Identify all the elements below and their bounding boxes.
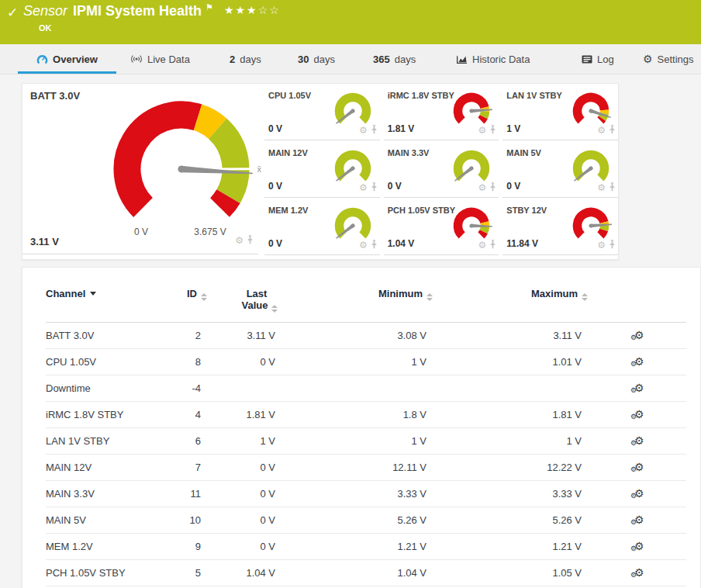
pin-icon[interactable] (489, 181, 496, 195)
table-header-row: ChannelIDLast ValueMinimumMaximum (46, 268, 686, 323)
gear-icon[interactable]: ⚙ (359, 240, 368, 250)
cell-actions: ⚙⚙ (582, 323, 686, 349)
pin-icon-svg (247, 235, 254, 244)
gear-icon[interactable]: ⚙ (597, 240, 606, 250)
cell-minimum: 3.33 V (275, 481, 426, 507)
channel-settings-icon[interactable]: ⚙⚙ (634, 409, 644, 420)
gauge-cell-irmc-1-8v-stby: iRMC 1.8V STBY1.81 V⚙ (384, 84, 499, 140)
channel-settings-icon[interactable]: ⚙⚙ (634, 488, 644, 499)
channel-settings-icon[interactable]: ⚙⚙ (634, 567, 644, 578)
cell-last-value: 0 V (201, 481, 275, 507)
gauge-cell-pch-1-05v-stby: PCH 1.05V STBY1.04 V⚙ (384, 199, 499, 255)
gauge-cell-actions: ⚙ (597, 238, 616, 252)
priority-flag-icon[interactable]: ⚑ (205, 2, 213, 12)
channel-settings-icon[interactable]: ⚙⚙ (634, 514, 644, 525)
pin-icon[interactable] (609, 181, 616, 195)
pin-icon[interactable] (609, 238, 616, 252)
tab-2-days[interactable]: 2days (230, 44, 261, 74)
pin-icon[interactable] (371, 181, 378, 195)
cell-maximum: 1.21 V (426, 534, 582, 560)
gear-icon[interactable]: ⚙ (359, 183, 368, 192)
channel-settings-icon[interactable]: ⚙⚙ (634, 541, 644, 552)
log-icon (582, 55, 592, 64)
gauge-icon (36, 54, 48, 64)
cell-actions: ⚙⚙ (582, 375, 686, 402)
tab-live-data[interactable]: Live Data (130, 44, 190, 74)
gauge-title: LAN 1V STBY (506, 91, 562, 100)
tab-log[interactable]: Log (582, 44, 614, 74)
pin-icon[interactable] (371, 123, 378, 137)
cell-channel: MEM 1.2V (46, 534, 170, 560)
tab-label: Live Data (147, 54, 190, 65)
channel-settings-icon[interactable]: ⚙⚙ (634, 356, 644, 367)
table-row: BATT 3.0V23.11 V3.08 V3.11 V⚙⚙ (46, 323, 686, 349)
tab-label: Overview (53, 54, 98, 65)
priority-stars[interactable]: ★★★☆☆ (224, 4, 281, 16)
channel-settings-icon[interactable]: ⚙⚙ (634, 435, 644, 446)
cell-channel: MAIN 5V (46, 507, 170, 534)
pin-icon[interactable] (247, 233, 254, 247)
cell-last-value: 1 V (201, 428, 275, 455)
tab-label: days (395, 54, 416, 65)
column-header-id[interactable]: ID (170, 268, 201, 323)
gear-icon[interactable]: ⚙ (597, 183, 606, 192)
tab-30-days[interactable]: 30days (298, 44, 335, 74)
pin-icon-svg (371, 240, 378, 249)
cell-minimum: 1.8 V (275, 402, 426, 428)
cell-channel: LAN 1V STBY (46, 428, 170, 455)
tab-historic-data[interactable]: Historic Data (456, 44, 530, 74)
column-header-max[interactable]: Maximum (426, 268, 582, 323)
table-body: BATT 3.0V23.11 V3.08 V3.11 V⚙⚙CPU 1.05V8… (46, 323, 686, 586)
gauge-cell-main-12v: MAIN 12V0 V⚙ (264, 141, 380, 198)
tab-overview[interactable]: Overview (18, 44, 116, 74)
sensor-header: ✓ SensorIPMI System Health⚑★★★☆☆ OK (0, 0, 701, 44)
tab-bar: OverviewLive Data2days30days365daysHisto… (0, 44, 701, 74)
pin-icon[interactable] (489, 123, 496, 137)
gauge-value: 0 V (388, 181, 402, 192)
column-header-min[interactable]: Minimum (275, 268, 426, 323)
cell-id: 8 (170, 349, 201, 375)
cell-maximum: 3.11 V (426, 323, 582, 349)
gauge-title: BATT 3.0V (30, 90, 80, 102)
pin-icon[interactable] (371, 238, 378, 252)
pin-icon[interactable] (609, 123, 616, 137)
gear-icon[interactable]: ⚙ (359, 126, 368, 135)
cell-last-value (201, 375, 275, 402)
channel-settings-icon[interactable]: ⚙⚙ (634, 330, 644, 341)
cell-last-value: 1.81 V (201, 402, 275, 428)
gauge-cell-cpu-1-05v: CPU 1.05V0 V⚙ (264, 84, 380, 140)
cell-channel: MAIN 12V (46, 455, 170, 481)
gear-icon[interactable]: ⚙ (478, 240, 487, 250)
status-ok-check-icon: ✓ (7, 5, 18, 21)
sensor-status-badge: OK (39, 23, 52, 33)
cell-maximum: 12.22 V (426, 455, 582, 481)
cell-maximum: 3.33 V (426, 481, 582, 507)
cell-minimum: 3.08 V (275, 323, 426, 349)
gauge-value: 1.81 V (388, 123, 415, 134)
table-row: CPU 1.05V80 V1 V1.01 V⚙⚙ (46, 349, 686, 375)
cell-last-value: 0 V (201, 507, 275, 534)
cell-maximum: 1.05 V (426, 560, 582, 586)
gauge-title: MAIN 3.3V (388, 148, 430, 157)
tab-label: Settings (658, 54, 694, 65)
gear-icon[interactable]: ⚙ (235, 236, 243, 245)
pin-icon-svg (609, 182, 616, 192)
tab-label: days (313, 54, 334, 65)
column-header-channel[interactable]: Channel (46, 268, 170, 323)
cell-maximum: 1.81 V (426, 402, 582, 428)
gear-icon[interactable]: ⚙ (478, 183, 487, 192)
cell-maximum (426, 375, 582, 402)
gauge-cell-actions: ⚙ (359, 181, 378, 195)
column-header-last[interactable]: Last Value (201, 268, 275, 323)
gauge-title: STBY 12V (506, 206, 547, 215)
gauge-title: MAIN 5V (506, 148, 541, 157)
cell-last-value: 0 V (201, 455, 275, 481)
cell-id: 10 (170, 507, 201, 534)
tab-365-days[interactable]: 365days (373, 44, 416, 74)
gear-icon[interactable]: ⚙ (478, 126, 487, 135)
channel-settings-icon[interactable]: ⚙⚙ (634, 462, 644, 472)
channel-settings-icon[interactable]: ⚙⚙ (634, 382, 644, 393)
gear-icon[interactable]: ⚙ (597, 126, 606, 135)
pin-icon[interactable] (489, 238, 496, 252)
tab-settings[interactable]: ⚙Settings (643, 44, 694, 74)
